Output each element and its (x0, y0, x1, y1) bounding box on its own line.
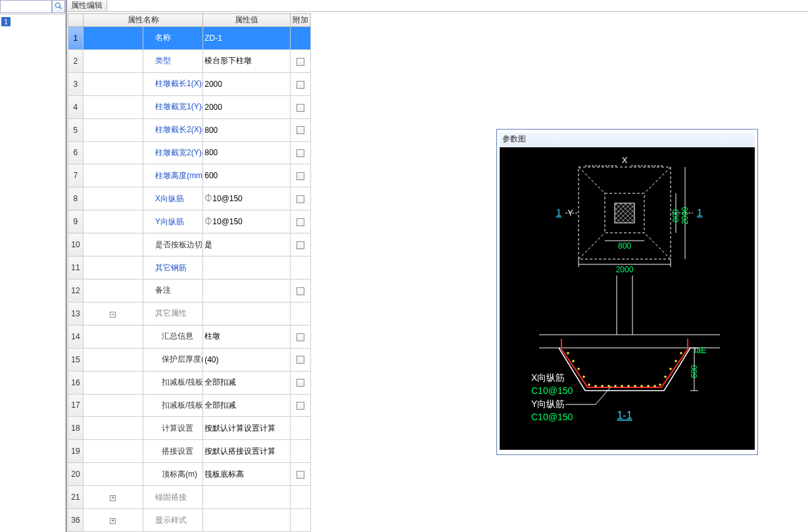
table-row[interactable]: 3柱墩截长1(X)(mm)2000 (68, 72, 311, 95)
property-value-cell[interactable]: 2000 (203, 95, 291, 118)
property-value-cell[interactable] (203, 509, 291, 532)
search-input[interactable] (0, 0, 52, 13)
extra-cell[interactable] (290, 463, 310, 486)
property-value-cell[interactable]: 全部扣减 (203, 394, 291, 417)
property-name-cell[interactable]: 其它钢筋 (143, 256, 203, 279)
table-row[interactable]: 13−其它属性 (68, 302, 311, 325)
property-name-cell[interactable]: 柱墩截宽2(Y)(mm) (143, 141, 203, 164)
property-name-cell[interactable]: 备注 (143, 279, 203, 302)
table-row[interactable]: 8X向纵筋⏀10@150 (68, 187, 311, 210)
table-row[interactable]: 12备注 (68, 279, 311, 302)
extra-cell[interactable] (290, 348, 310, 371)
property-value-cell[interactable] (203, 279, 291, 302)
property-name-cell[interactable]: 显示样式 (143, 509, 203, 532)
property-name-cell[interactable]: 类型 (143, 49, 203, 72)
table-row[interactable]: 1名称ZD-1 (68, 27, 311, 50)
extra-cell[interactable] (290, 394, 310, 417)
property-name-cell[interactable]: 柱墩截长2(X)(mm) (143, 118, 203, 141)
sidebar-item-1[interactable]: 1 (1, 17, 11, 26)
table-row[interactable]: 6柱墩截宽2(Y)(mm)800 (68, 141, 311, 164)
property-name-cell[interactable]: 扣减板/筏板面筋 (143, 371, 203, 394)
property-name-cell[interactable]: X向纵筋 (143, 187, 203, 210)
property-name-cell[interactable]: 柱墩高度(mm) (143, 164, 203, 187)
property-name-cell[interactable]: 扣减板/筏板底筋 (143, 394, 203, 417)
extra-cell[interactable] (290, 72, 310, 95)
property-value-cell[interactable]: 600 (203, 164, 291, 187)
table-row[interactable]: 17扣减板/筏板底筋全部扣减 (68, 394, 311, 417)
property-value-cell[interactable]: 2000 (203, 72, 291, 95)
property-value-cell[interactable]: 柱墩 (203, 325, 291, 348)
property-value-cell[interactable]: 按默认搭接设置计算 (203, 440, 291, 463)
extra-cell[interactable] (290, 118, 310, 141)
table-row[interactable]: 2类型棱台形下柱墩 (68, 49, 311, 72)
property-value-cell[interactable]: 按默认计算设置计算 (203, 417, 291, 440)
extra-checkbox[interactable] (297, 471, 304, 479)
property-value-cell[interactable]: 棱台形下柱墩 (203, 49, 291, 72)
extra-cell[interactable] (290, 49, 310, 72)
property-name-cell[interactable]: 汇总信息 (143, 325, 203, 348)
table-row[interactable]: 21+锚固搭接 (68, 486, 311, 509)
extra-checkbox[interactable] (297, 402, 304, 410)
table-row[interactable]: 15保护层厚度(mm)(40) (68, 348, 311, 371)
extra-cell[interactable] (290, 371, 310, 394)
property-name-cell[interactable]: 名称 (143, 27, 203, 50)
table-row[interactable]: 9Y向纵筋⏀10@150 (68, 210, 311, 233)
table-row[interactable]: 16扣减板/筏板面筋全部扣减 (68, 371, 311, 394)
property-value-cell[interactable] (203, 302, 291, 325)
property-name-cell[interactable]: 锚固搭接 (143, 486, 203, 509)
extra-checkbox[interactable] (297, 379, 304, 387)
extra-checkbox[interactable] (297, 287, 304, 295)
property-value-cell[interactable]: 全部扣减 (203, 371, 291, 394)
property-value-cell[interactable]: (40) (203, 348, 291, 371)
tree-toggle[interactable]: + (83, 509, 143, 532)
property-name-cell[interactable]: 是否按板边切割 (143, 233, 203, 256)
property-name-cell[interactable]: 柱墩截长1(X)(mm) (143, 72, 203, 95)
extra-checkbox[interactable] (297, 58, 304, 66)
table-row[interactable]: 20顶标高(m)筏板底标高 (68, 463, 311, 486)
extra-checkbox[interactable] (297, 81, 304, 89)
extra-checkbox[interactable] (297, 241, 304, 249)
extra-checkbox[interactable] (297, 356, 304, 364)
extra-checkbox[interactable] (297, 149, 304, 157)
expand-icon[interactable]: + (110, 495, 116, 501)
property-value-cell[interactable]: ⏀10@150 (203, 210, 291, 233)
table-row[interactable]: 10是否按板边切割是 (68, 233, 311, 256)
property-name-cell[interactable]: Y向纵筋 (143, 210, 203, 233)
property-name-cell[interactable]: 搭接设置 (143, 440, 203, 463)
property-value-cell[interactable] (203, 256, 291, 279)
extra-checkbox[interactable] (297, 172, 304, 180)
extra-cell[interactable] (290, 210, 310, 233)
property-name-cell[interactable]: 保护层厚度(mm) (143, 348, 203, 371)
table-row[interactable]: 7柱墩高度(mm)600 (68, 164, 311, 187)
table-row[interactable]: 18计算设置按默认计算设置计算 (68, 417, 311, 440)
property-name-cell[interactable]: 柱墩截宽1(Y)(mm) (143, 95, 203, 118)
extra-checkbox[interactable] (297, 333, 304, 341)
table-row[interactable]: 36+显示样式 (68, 509, 311, 532)
property-value-cell[interactable]: 800 (203, 141, 291, 164)
property-edit-input[interactable] (107, 0, 808, 11)
property-value-cell[interactable] (203, 486, 291, 509)
property-name-cell[interactable]: 其它属性 (143, 302, 203, 325)
extra-checkbox[interactable] (297, 126, 304, 134)
property-value-cell[interactable]: 筏板底标高 (203, 463, 291, 486)
table-row[interactable]: 19搭接设置按默认搭接设置计算 (68, 440, 311, 463)
extra-cell[interactable] (290, 164, 310, 187)
extra-cell[interactable] (290, 325, 310, 348)
property-value-cell[interactable]: ZD-1 (203, 27, 291, 50)
table-row[interactable]: 14汇总信息柱墩 (68, 325, 311, 348)
collapse-icon[interactable]: − (110, 312, 116, 318)
extra-cell[interactable] (290, 279, 310, 302)
extra-cell[interactable] (290, 187, 310, 210)
search-button[interactable] (52, 0, 65, 13)
extra-cell[interactable] (290, 95, 310, 118)
property-name-cell[interactable]: 顶标高(m) (143, 463, 203, 486)
extra-checkbox[interactable] (297, 218, 304, 226)
property-value-cell[interactable]: ⏀10@150 (203, 187, 291, 210)
extra-checkbox[interactable] (297, 195, 304, 203)
table-row[interactable]: 4柱墩截宽1(Y)(mm)2000 (68, 95, 311, 118)
property-value-cell[interactable]: 800 (203, 118, 291, 141)
expand-icon[interactable]: + (110, 518, 116, 524)
tree-toggle[interactable]: + (83, 486, 143, 509)
extra-checkbox[interactable] (297, 104, 304, 112)
table-row[interactable]: 11其它钢筋 (68, 256, 311, 279)
